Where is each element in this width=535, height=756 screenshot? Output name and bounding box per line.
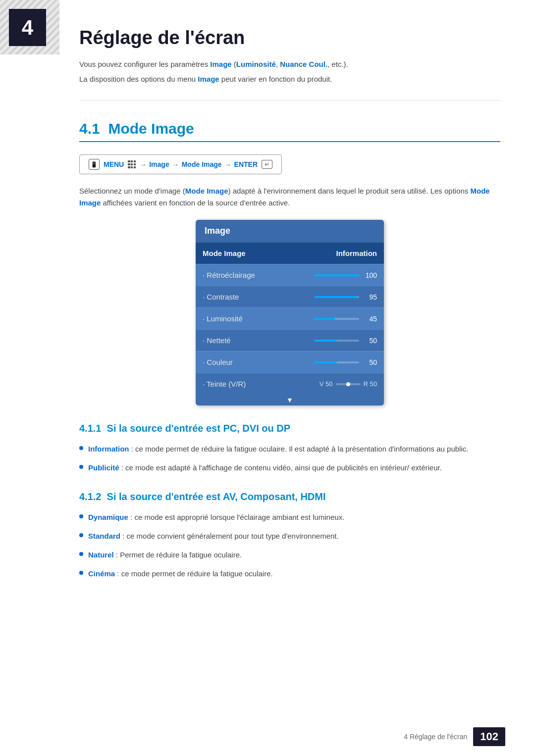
intro-suffix-1: , etc.). xyxy=(327,60,348,68)
chapter-number: 4 xyxy=(22,16,33,40)
ui-panel: Image Mode Image Information · Rétroécla… xyxy=(196,220,384,405)
ui-panel-wrapper: Image Mode Image Information · Rétroécla… xyxy=(79,220,500,405)
row-teinte-controls: V 50 R 50 xyxy=(320,380,377,388)
sep-dynamique: : xyxy=(128,513,135,521)
section-411-list: Information : ce mode permet de réduire … xyxy=(79,443,500,474)
teinte-r-label: R 50 xyxy=(364,380,377,388)
text-cinema: ce mode permet de réduire la fatigue ocu… xyxy=(121,569,273,578)
list-item-information: Information : ce mode permet de réduire … xyxy=(79,443,500,455)
bar-track-contraste xyxy=(315,296,359,298)
intro-text-2: La disposition des options du menu Image… xyxy=(79,73,500,85)
list-item-dynamique: Dynamique : ce mode est approprié lorsqu… xyxy=(79,511,500,523)
intro-suffix-2: peut varier en fonction du produit. xyxy=(219,75,332,83)
sep-publicite: : xyxy=(119,463,126,472)
row-luminosite-bar-area: 45 xyxy=(315,315,377,323)
down-arrow-icon: ▼ xyxy=(286,396,293,404)
bullet-text-standard: Standard : ce mode convient généralement… xyxy=(88,530,339,542)
intro-prefix-2: La disposition des options du menu xyxy=(79,75,198,83)
intro-bold-image: Image xyxy=(210,60,231,68)
text-information: ce mode permet de réduire la fatigue ocu… xyxy=(135,445,468,453)
text-standard: ce mode convient généralement pour tout … xyxy=(127,532,339,540)
footer-page-number: 102 xyxy=(473,727,505,746)
bullet-text-naturel: Naturel : Permet de réduire la fatigue o… xyxy=(88,549,242,561)
list-item-standard: Standard : ce mode convient généralement… xyxy=(79,530,500,542)
bar-track-couleur xyxy=(315,361,359,363)
chapter-box: 4 xyxy=(9,9,46,46)
intro-prefix-1: Vous pouvez configurer les paramètres xyxy=(79,60,210,68)
bar-fill-nettete xyxy=(315,340,337,342)
row-retroeclairage-bar-area: 100 xyxy=(315,271,377,279)
menu-path-box: 📱 MENU → Image → Mode Image → ENTER ↵ xyxy=(79,154,282,174)
panel-header-text: Image xyxy=(205,226,230,236)
sep-cinema: : xyxy=(115,569,121,578)
teinte-marker xyxy=(346,382,350,386)
row-mode-image-label: Mode Image xyxy=(203,249,267,257)
desc-suffix: affichées varient en fonction de la sour… xyxy=(101,199,290,207)
bullet-text-dynamique: Dynamique : ce mode est approprié lorsqu… xyxy=(88,511,344,523)
bar-number-retroeclairage: 100 xyxy=(363,271,377,279)
intro-text-1: Vous pouvez configurer les paramètres Im… xyxy=(79,58,500,70)
bullet-dot-standard xyxy=(79,533,83,537)
bar-track-retroeclairage xyxy=(315,274,359,276)
menu-grid-icon xyxy=(128,160,136,168)
section-411-title: 4.1.1 Si la source d'entrée est PC, DVI … xyxy=(79,423,500,434)
row-couleur-label: · Couleur xyxy=(203,358,267,366)
bullet-text-publicite: Publicité : ce mode est adapté à l'affic… xyxy=(88,462,442,474)
row-contraste-label: · Contraste xyxy=(203,293,267,301)
desc-mid: ) adapté à l'environnement dans lequel l… xyxy=(228,187,471,195)
row-couleur-bar-area: 50 xyxy=(315,358,377,366)
teinte-bar xyxy=(336,383,361,385)
panel-row-teinte: · Teinte (V/R) V 50 R 50 xyxy=(196,373,384,395)
section-412-list: Dynamique : ce mode est approprié lorsqu… xyxy=(79,511,500,580)
menu-label: MENU xyxy=(104,160,124,168)
bar-number-nettete: 50 xyxy=(363,337,377,345)
term-publicite: Publicité xyxy=(88,463,119,472)
panel-row-retroeclairage: · Rétroéclairage 100 xyxy=(196,264,384,286)
section-41-label: 4.1 xyxy=(79,120,100,137)
desc-prefix: Sélectionnez un mode d'image ( xyxy=(79,187,185,195)
row-contraste-bar-area: 95 xyxy=(315,293,377,301)
bar-fill-contraste xyxy=(315,296,357,298)
bar-fill-couleur xyxy=(315,361,337,363)
term-naturel: Naturel xyxy=(88,551,114,559)
bar-number-luminosite: 45 xyxy=(363,315,377,323)
menu-arrow-3: → xyxy=(225,161,231,168)
sep-information: : xyxy=(129,445,136,453)
menu-item-1: Image xyxy=(149,160,169,168)
text-dynamique: ce mode est approprié lorsque l'éclairag… xyxy=(134,513,344,521)
sep-naturel: : xyxy=(114,551,120,559)
bar-track-luminosite xyxy=(315,318,359,320)
section-411-name: Si la source d'entrée est PC, DVI ou DP xyxy=(107,423,290,434)
bullet-dot-cinema xyxy=(79,571,83,575)
bullet-dot-information xyxy=(79,446,83,450)
page-container: 4 Réglage de l'écran Vous pouvez configu… xyxy=(0,0,535,756)
panel-row-luminosite: · Luminosité 45 xyxy=(196,307,384,329)
row-nettete-bar-area: 50 xyxy=(315,337,377,345)
row-nettete-label: · Netteté xyxy=(203,336,267,345)
bar-number-couleur: 50 xyxy=(363,358,377,366)
intro-bold-lum: Luminosité xyxy=(236,60,276,68)
menu-item-2: Mode Image xyxy=(182,160,222,168)
text-naturel: Permet de réduire la fatigue oculaire. xyxy=(120,551,242,559)
main-content: Réglage de l'écran Vous pouvez configure… xyxy=(0,0,535,616)
section-411-label: 4.1.1 xyxy=(79,423,101,434)
section-41-title: 4.1 Mode Image xyxy=(79,120,500,142)
row-luminosite-label: · Luminosité xyxy=(203,314,267,323)
intro-bold-nuance: Nuance Coul. xyxy=(280,60,327,68)
bar-fill-luminosite xyxy=(315,318,335,320)
menu-arrow-2: → xyxy=(172,161,179,168)
term-cinema: Cinéma xyxy=(88,569,115,578)
divider xyxy=(79,100,500,101)
section-412-label: 4.1.2 xyxy=(79,491,101,502)
list-item-naturel: Naturel : Permet de réduire la fatigue o… xyxy=(79,549,500,561)
intro-bold-image-2: Image xyxy=(198,75,219,83)
panel-down-arrow-row: ▼ xyxy=(196,395,384,405)
chapter-title: Réglage de l'écran xyxy=(79,27,500,49)
list-item-cinema: Cinéma : ce mode permet de réduire la fa… xyxy=(79,568,500,580)
intro-comma: , xyxy=(276,60,280,68)
panel-row-nettete: · Netteté 50 xyxy=(196,329,384,351)
menu-item-3: ENTER xyxy=(234,160,258,168)
term-dynamique: Dynamique xyxy=(88,513,128,521)
bar-track-nettete xyxy=(315,340,359,342)
panel-row-contraste: · Contraste 95 xyxy=(196,286,384,307)
